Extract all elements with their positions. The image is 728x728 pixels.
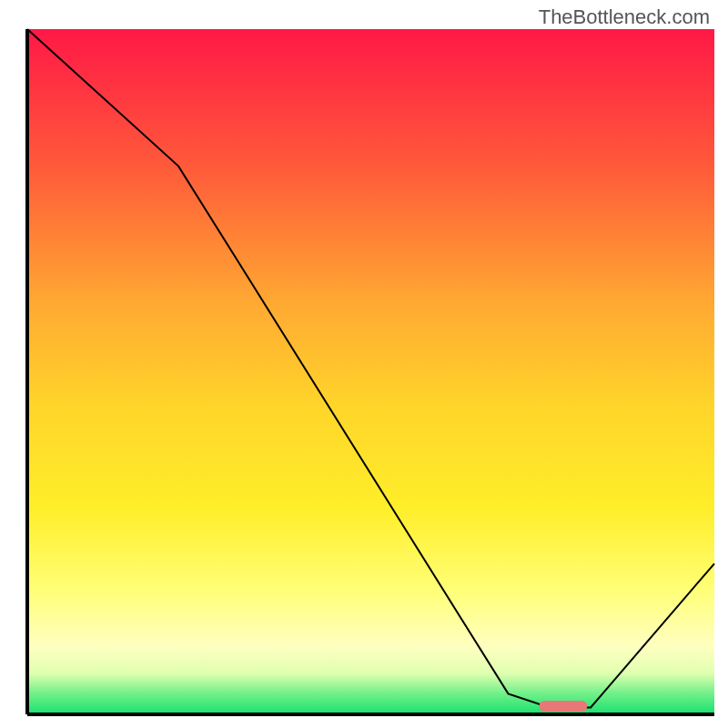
heat-gradient-background bbox=[27, 29, 714, 714]
watermark-text: TheBottleneck.com bbox=[539, 5, 710, 29]
chart-container: TheBottleneck.com bbox=[0, 0, 728, 728]
optimal-range-marker bbox=[539, 701, 587, 712]
bottleneck-chart bbox=[0, 0, 728, 728]
